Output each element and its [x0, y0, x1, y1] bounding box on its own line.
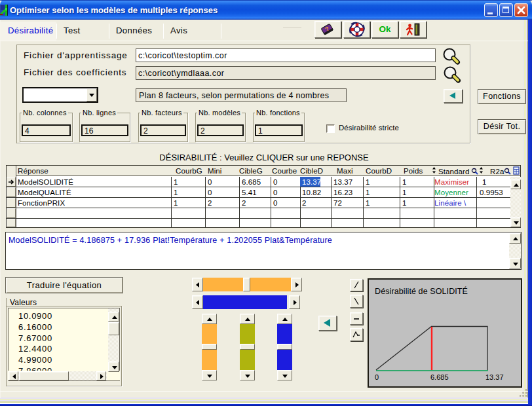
svg-text:6.685: 6.685: [430, 373, 449, 381]
svg-text:0: 0: [375, 373, 379, 381]
svg-text:13.37: 13.37: [485, 373, 504, 381]
